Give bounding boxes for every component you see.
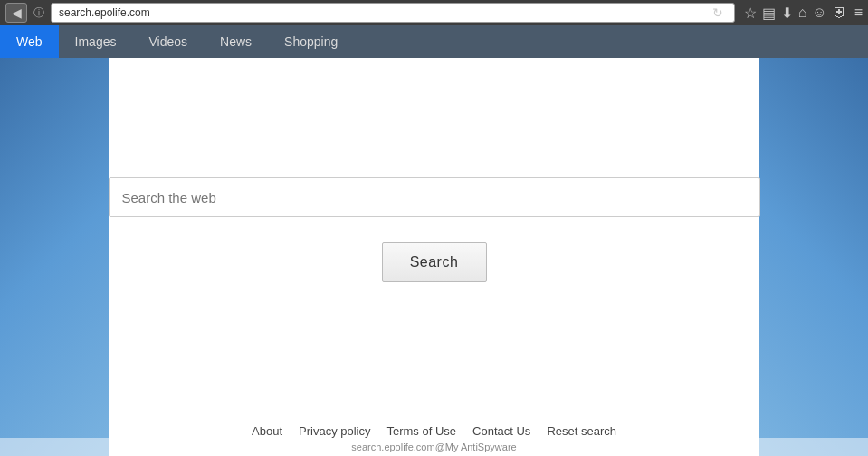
search-button[interactable]: Search [382, 242, 487, 282]
footer-links: About Privacy policy Terms of Use Contac… [0, 424, 868, 438]
address-bar[interactable]: search.epolife.com ↻ [51, 3, 735, 23]
address-text: search.epolife.com [59, 6, 705, 19]
tab-videos[interactable]: Videos [132, 25, 204, 58]
reload-button[interactable]: ↻ [709, 5, 727, 20]
info-button[interactable]: ⓘ [31, 5, 47, 21]
tab-news[interactable]: News [204, 25, 268, 58]
info-icon: ⓘ [33, 5, 44, 21]
home-icon[interactable]: ⌂ [798, 5, 807, 21]
history-icon[interactable]: ▤ [762, 5, 776, 22]
browser-chrome: ◀ ⓘ search.epolife.com ↻ ☆ ▤ ⬇ ⌂ ☺ ⛨ ≡ [0, 0, 868, 25]
main-content: Search About Privacy policy Terms of Use… [0, 58, 868, 456]
tab-images[interactable]: Images [59, 25, 133, 58]
nav-bar: Web Images Videos News Shopping [0, 25, 868, 58]
tab-videos-label: Videos [148, 34, 187, 49]
footer-link-reset[interactable]: Reset search [547, 424, 616, 438]
footer-link-contact[interactable]: Contact Us [472, 424, 530, 438]
tab-web[interactable]: Web [0, 25, 59, 58]
search-input[interactable] [109, 177, 760, 217]
bookmark-icon[interactable]: ☆ [744, 5, 757, 22]
footer-link-about[interactable]: About [252, 424, 282, 438]
tab-shopping-label: Shopping [284, 34, 338, 49]
tab-shopping[interactable]: Shopping [268, 25, 354, 58]
center-area: Search [0, 177, 868, 282]
tab-news-label: News [220, 34, 252, 49]
footer-link-privacy[interactable]: Privacy policy [299, 424, 370, 438]
toolbar-icons: ☆ ▤ ⬇ ⌂ ☺ ⛨ [744, 5, 847, 22]
shield-icon[interactable]: ⛨ [833, 5, 847, 21]
search-input-wrapper [109, 177, 760, 217]
tab-web-label: Web [16, 34, 43, 49]
tab-images-label: Images [75, 34, 117, 49]
download-icon[interactable]: ⬇ [781, 5, 793, 22]
watermark: search.epolife.com@My AntiSpyware [0, 438, 868, 456]
footer-link-terms[interactable]: Terms of Use [386, 424, 456, 438]
back-button[interactable]: ◀ [5, 3, 27, 23]
smile-icon[interactable]: ☺ [812, 5, 826, 21]
back-icon: ◀ [12, 5, 22, 20]
menu-button[interactable]: ≡ [854, 5, 863, 21]
